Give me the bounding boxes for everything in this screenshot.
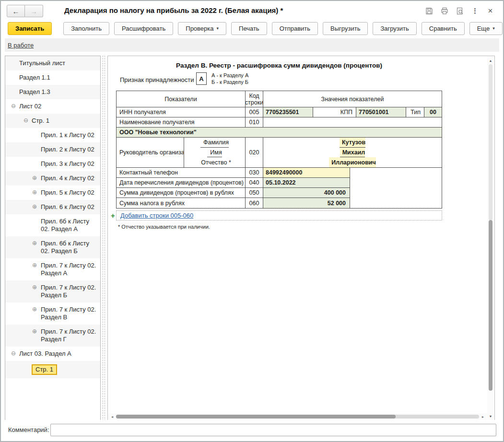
- sidebar-item[interactable]: ⊕Прил. 4 к Листу 02: [5, 171, 100, 186]
- forward-arrow-icon: →: [30, 7, 37, 15]
- collapse-icon[interactable]: ⊖: [23, 116, 28, 124]
- sidebar-item-label: Раздел 1.1: [19, 74, 50, 81]
- print-button[interactable]: Печать: [231, 22, 267, 35]
- save-icon[interactable]: [425, 7, 433, 15]
- surname-label: Фамилия: [200, 138, 229, 148]
- surname-field[interactable]: Кутузов: [340, 138, 365, 148]
- sidebar-item[interactable]: ⊕Прил. 6 к Листу 02: [5, 200, 100, 214]
- type-field[interactable]: 00: [424, 107, 442, 117]
- expand-icon[interactable]: ⊕: [32, 174, 37, 182]
- sidebar-item-label: Прил. 6б к Листу 02. Раздел А: [41, 218, 89, 233]
- horizontal-scrollbar[interactable]: ◄ ►: [108, 413, 487, 420]
- phone-field[interactable]: 84992490000: [263, 168, 350, 178]
- name-field[interactable]: [263, 117, 442, 128]
- vertical-scroll-thumb[interactable]: [489, 220, 492, 391]
- org-name-field[interactable]: ООО "Новые технологии": [117, 128, 442, 138]
- tax-field[interactable]: 52 000: [263, 198, 350, 208]
- row-code-040: 040: [246, 178, 263, 188]
- row-code-060: 060: [246, 198, 263, 208]
- panel-splitter[interactable]: [103, 56, 105, 421]
- compare-button[interactable]: Сравнить: [422, 22, 465, 35]
- title-bar: ← → Декларация по налогу на прибыль за 2…: [2, 2, 502, 19]
- preview-icon[interactable]: [456, 7, 464, 15]
- send-button[interactable]: Отправить: [272, 22, 318, 35]
- sidebar-item[interactable]: ⊕Прил. 6б к Листу 02. Раздел Б: [5, 236, 100, 258]
- sidebar-item[interactable]: Раздел 1.1: [5, 70, 100, 85]
- sidebar-item-label: Прил. 6 к Листу 02: [41, 203, 94, 210]
- collapse-icon[interactable]: ⊖: [11, 349, 16, 357]
- sidebar-item[interactable]: ⊕Прил. 7 к Листу 02. Раздел А: [5, 258, 100, 280]
- sidebar-item[interactable]: ⊖Стр. 1: [5, 114, 100, 128]
- status-bar: В работе: [5, 38, 499, 52]
- sidebar-item-label: Раздел 1.3: [19, 88, 50, 95]
- expand-icon[interactable]: ⊕: [32, 239, 37, 247]
- print-icon[interactable]: [440, 7, 448, 15]
- row-code-030: 030: [246, 168, 263, 178]
- sidebar-item-label: Прил. 4 к Листу 02: [41, 174, 94, 182]
- scroll-right-icon[interactable]: ►: [480, 413, 486, 420]
- scroll-down-icon[interactable]: ▼: [487, 413, 494, 419]
- dividends-field[interactable]: 400 000: [263, 188, 350, 198]
- close-icon[interactable]: ×: [486, 7, 494, 15]
- dividends-table: Показатели Код строки Значения показател…: [116, 91, 442, 209]
- patronymic-field[interactable]: Илларионович: [329, 157, 376, 167]
- sidebar-item-label: Прил. 2 к Листу 02: [41, 146, 94, 153]
- sidebar-item[interactable]: ⊖Лист 02: [5, 99, 100, 114]
- import-button[interactable]: Загрузить: [373, 22, 416, 35]
- nav-buttons: ← →: [7, 5, 43, 17]
- ownership-field[interactable]: А: [196, 72, 207, 85]
- status-link[interactable]: В работе: [8, 42, 34, 49]
- kebab-menu-icon[interactable]: ⋮: [471, 7, 479, 15]
- sidebar-item[interactable]: ⊕Прил. 7 к Листу 02. Раздел В: [5, 302, 100, 325]
- vertical-scrollbar[interactable]: ▲ ▼: [487, 57, 494, 420]
- decipher-button[interactable]: Расшифровать: [114, 22, 173, 35]
- row-code-010: 010: [246, 117, 263, 128]
- kpp-field[interactable]: 770501001: [356, 107, 406, 117]
- collapse-icon[interactable]: ⊖: [11, 102, 16, 110]
- expand-icon[interactable]: ⊕: [32, 261, 37, 269]
- fill-button[interactable]: Заполнить: [63, 22, 109, 35]
- sidebar-item-label: Титульный лист: [19, 59, 65, 67]
- expand-icon[interactable]: ⊕: [32, 327, 37, 335]
- sidebar-item-label: Прил. 3 к Листу 02: [41, 160, 94, 167]
- expand-icon[interactable]: ⊕: [32, 203, 37, 210]
- sidebar-item-label: Прил. 5 к Листу 02: [41, 189, 94, 196]
- row-code-050: 050: [246, 188, 263, 198]
- write-button[interactable]: Записать: [8, 22, 52, 35]
- empty-region: [350, 168, 442, 178]
- comment-input[interactable]: [50, 424, 496, 436]
- add-icon: +: [111, 211, 115, 220]
- column-header-values: Значения показателей: [263, 91, 442, 107]
- more-button[interactable]: Еще▾: [469, 22, 503, 35]
- sidebar-item[interactable]: Прил. 1 к Листу 02: [5, 128, 100, 142]
- scroll-up-icon[interactable]: ▲: [487, 58, 494, 63]
- horizontal-scroll-thumb[interactable]: [116, 415, 396, 419]
- sidebar-item[interactable]: ⊕Прил. 5 к Листу 02: [5, 186, 100, 200]
- expand-icon[interactable]: ⊕: [32, 188, 37, 196]
- check-button[interactable]: Проверка▾: [178, 22, 226, 35]
- empty-region: [350, 178, 442, 188]
- sidebar-item[interactable]: Раздел 1.3: [5, 85, 100, 99]
- sidebar-item[interactable]: Прил. 3 к Листу 02: [5, 157, 100, 171]
- scroll-left-icon[interactable]: ◄: [109, 413, 115, 420]
- sidebar-item[interactable]: Прил. 6б к Листу 02. Раздел А: [5, 214, 100, 236]
- sidebar-item-title-page[interactable]: Титульный лист: [5, 56, 100, 70]
- inn-field[interactable]: 7705235501: [263, 107, 313, 117]
- sidebar-item-sheet03[interactable]: ⊖Лист 03. Раздел А: [5, 347, 100, 361]
- add-rows-link[interactable]: Добавить строки 005-060: [120, 212, 193, 219]
- sidebar-item-label: Прил. 6б к Листу 02. Раздел Б: [41, 240, 89, 255]
- forward-button[interactable]: →: [25, 5, 43, 17]
- firstname-field[interactable]: Михаил: [340, 148, 365, 158]
- expand-icon[interactable]: ⊕: [32, 283, 37, 291]
- sidebar-item[interactable]: ⊕Прил. 7 к Листу 02. Раздел Г: [5, 325, 100, 347]
- sidebar-item[interactable]: ⊕Прил. 7 к Листу 02. Раздел Б: [5, 280, 100, 302]
- sidebar-item-current[interactable]: Стр. 1: [5, 361, 100, 378]
- date-field[interactable]: 05.10.2022: [263, 178, 350, 188]
- expand-icon[interactable]: ⊕: [32, 305, 37, 313]
- comment-label: Комментарий:: [8, 426, 49, 433]
- export-button[interactable]: Выгрузить: [323, 22, 368, 35]
- back-button[interactable]: ←: [7, 5, 25, 17]
- check-button-label: Проверка: [186, 25, 213, 32]
- ownership-legend-line1: А - к Разделу А: [211, 72, 248, 79]
- sidebar-item[interactable]: Прил. 2 к Листу 02: [5, 142, 100, 157]
